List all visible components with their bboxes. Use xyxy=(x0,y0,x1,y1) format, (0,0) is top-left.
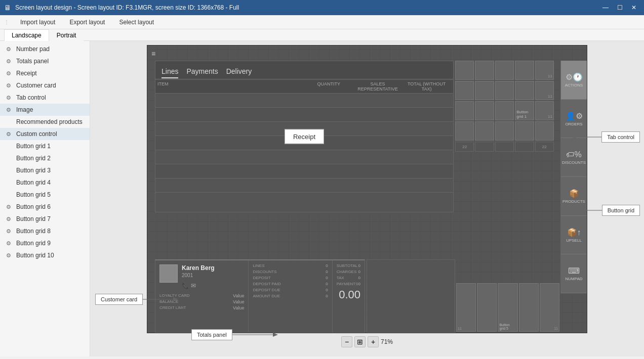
tab-delivery[interactable]: Delivery xyxy=(226,65,252,78)
amount-due-label: AMOUNT DUE xyxy=(253,294,280,298)
upsell-icon: 📦↑ xyxy=(567,228,581,237)
payments-value: 0 xyxy=(358,282,360,286)
customer-card-annotation: Customer card xyxy=(95,292,183,307)
lines-label: LINES xyxy=(253,263,264,268)
menu-bar: ⋮ Import layout Export layout Select lay… xyxy=(0,15,644,29)
sidebar-item-button-grid-9[interactable]: ⚙ Button grid 9 xyxy=(0,237,90,249)
btn-cell[interactable] xyxy=(495,101,514,120)
charges-row: CHARGES 0 xyxy=(337,270,360,274)
btn-cell[interactable]: 11 xyxy=(535,61,554,80)
sidebar-item-image[interactable]: ⚙ Image xyxy=(0,104,90,116)
table-row[interactable] xyxy=(155,164,453,178)
orientation-tabs: Landscape Portrait xyxy=(0,29,644,41)
deposit-due-row: DEPOSIT DUE 0 xyxy=(253,288,328,292)
btn-cell[interactable]: 11 xyxy=(535,101,554,120)
discounts-icon: 🏷% xyxy=(566,150,581,159)
receipt-label: Receipt xyxy=(285,129,324,144)
btn-cell[interactable] xyxy=(515,61,534,80)
sidebar-item-receipt[interactable]: ⚙ Receipt xyxy=(0,67,90,79)
maximize-button[interactable]: ☐ xyxy=(614,3,626,13)
action-btn-numpad[interactable]: ⌨ NUMPAD xyxy=(561,254,587,293)
sidebar-item-button-grid-5[interactable]: ⚙ Button grid 5 xyxy=(0,189,90,201)
btn-cell[interactable]: 11 xyxy=(535,81,554,100)
tab-landscape[interactable]: Landscape xyxy=(4,29,49,41)
table-row[interactable] xyxy=(155,94,453,108)
action-btn-upsell[interactable]: 📦↑ UPSELL xyxy=(561,216,587,255)
deposit-paid-row: DEPOSIT PAID 0 xyxy=(253,282,328,286)
btn-cell[interactable] xyxy=(475,121,494,141)
btn-cell[interactable] xyxy=(495,81,514,100)
zoom-value: 71% xyxy=(381,338,393,345)
col-sales-rep: SALES REPRESENTATIVE xyxy=(353,81,402,92)
actions-icon: ⚙🕐 xyxy=(566,72,583,82)
btn-cell[interactable] xyxy=(535,121,554,141)
btn-cell[interactable]: 11 xyxy=(540,283,559,332)
phone-icon: 📞 xyxy=(182,282,191,289)
btn-cell[interactable] xyxy=(515,81,534,100)
btn-cell[interactable] xyxy=(477,283,497,332)
sidebar-item-tab-control[interactable]: ⚙ Tab control xyxy=(0,92,90,104)
table-row[interactable] xyxy=(155,178,453,193)
btn-cell[interactable]: Button grid 1 xyxy=(515,101,534,120)
deposit-value: 0 xyxy=(326,276,328,280)
col-total: TOTAL (WITHOUT TAX) xyxy=(402,81,451,92)
sidebar-item-custom-control[interactable]: ⚙ Custom control xyxy=(0,128,90,140)
minimize-button[interactable]: — xyxy=(599,3,612,13)
totals-right: SUBTOTAL 0 CHARGES 0 TAX 0 PAYMENTS 0 xyxy=(332,260,365,332)
btn-cell[interactable] xyxy=(495,61,514,80)
import-layout-menu[interactable]: Import layout xyxy=(17,17,58,28)
gear-icon: ⚙ xyxy=(5,46,12,53)
gear-icon: ⚙ xyxy=(5,252,12,259)
btn-cell[interactable] xyxy=(475,101,494,120)
tab-lines[interactable]: Lines xyxy=(162,65,178,78)
sidebar-item-button-grid-3[interactable]: ⚙ Button grid 3 xyxy=(0,164,90,176)
table-row[interactable] xyxy=(155,150,453,164)
sidebar-item-button-grid-6[interactable]: ⚙ Button grid 6 xyxy=(0,201,90,213)
export-layout-menu[interactable]: Export layout xyxy=(66,17,108,28)
close-button[interactable]: ✕ xyxy=(628,3,640,13)
deposit-paid-label: DEPOSIT PAID xyxy=(253,282,280,286)
sidebar: ⚙ Number pad ⚙ Totals panel ⚙ Receipt ⚙ … xyxy=(0,41,90,356)
btn-cell[interactable]: 11 xyxy=(456,283,476,332)
subtotal-value: 0 xyxy=(358,263,360,268)
btn-cell[interactable] xyxy=(455,61,474,80)
btn-cell[interactable] xyxy=(455,81,474,100)
table-rows xyxy=(155,94,453,212)
zoom-out-button[interactable]: − xyxy=(341,336,352,347)
action-btn-actions[interactable]: ⚙🕐 ACTIONS xyxy=(561,61,587,100)
sidebar-item-button-grid-1[interactable]: ⚙ Button grid 1 xyxy=(0,140,90,152)
balance-value: Value xyxy=(233,299,244,304)
btn-cell[interactable] xyxy=(475,81,494,100)
btn-cell[interactable] xyxy=(495,121,514,141)
sidebar-item-button-grid-4[interactable]: ⚙ Button grid 4 xyxy=(0,176,90,189)
sidebar-item-button-grid-7[interactable]: ⚙ Button grid 7 xyxy=(0,213,90,225)
subtotal-row: SUBTOTAL 0 xyxy=(337,263,360,268)
sidebar-item-number-pad[interactable]: ⚙ Number pad xyxy=(0,43,90,55)
tax-row: TAX 0 xyxy=(337,276,360,280)
table-header: ITEM QUANTITY SALES REPRESENTATIVE TOTAL… xyxy=(155,79,453,94)
tab-payments[interactable]: Payments xyxy=(186,65,218,78)
deposit-label: DEPOSIT xyxy=(253,276,270,280)
zoom-in-button[interactable]: + xyxy=(368,336,379,347)
sidebar-item-button-grid-8[interactable]: ⚙ Button grid 8 xyxy=(0,225,90,237)
zoom-fit-button[interactable]: ⊞ xyxy=(354,336,366,347)
btn-cell[interactable] xyxy=(455,121,474,141)
sidebar-item-recommended[interactable]: ⚙ Recommended products xyxy=(0,116,90,128)
sidebar-item-button-grid-10[interactable]: ⚙ Button grid 10 xyxy=(0,249,90,261)
annotation-arrow xyxy=(232,327,283,342)
select-layout-menu[interactable]: Select layout xyxy=(116,17,157,28)
customer-header: Karen Berg 2001 📞 ✉ xyxy=(159,264,244,289)
tab-portrait[interactable]: Portrait xyxy=(49,29,84,41)
table-row[interactable] xyxy=(155,108,453,122)
btn-cell[interactable] xyxy=(515,121,534,141)
totals-left: LINES 0 DISCOUNTS 0 DEPOSIT 0 DEPOSIT PA… xyxy=(248,260,332,332)
payments-label: PAYMENTS xyxy=(337,282,358,286)
credit-limit-value: Value xyxy=(233,305,244,310)
btn-cell[interactable]: Button grid 5 xyxy=(498,283,517,332)
sidebar-item-totals-panel[interactable]: ⚙ Totals panel xyxy=(0,55,90,67)
sidebar-item-customer-card[interactable]: ⚙ Customer card xyxy=(0,79,90,92)
btn-cell[interactable] xyxy=(475,61,494,80)
btn-cell[interactable] xyxy=(519,283,539,332)
btn-cell[interactable] xyxy=(455,101,474,120)
sidebar-item-button-grid-2[interactable]: ⚙ Button grid 2 xyxy=(0,152,90,164)
